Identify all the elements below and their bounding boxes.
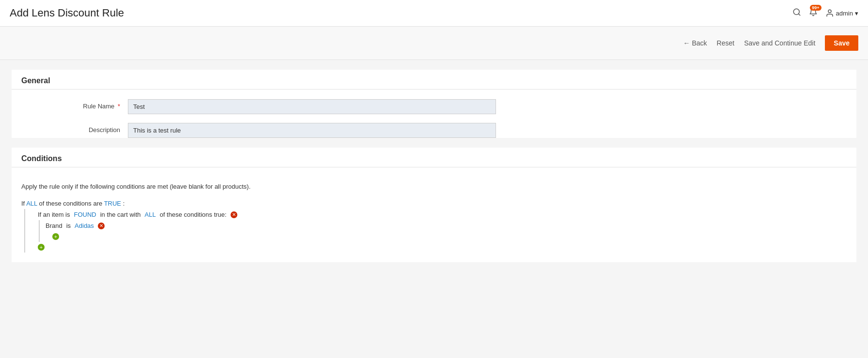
add-condition-inside-row: + — [43, 231, 847, 242]
conditions-suffix: of these conditions are — [39, 200, 102, 207]
add-condition-outer-row: + — [28, 242, 847, 253]
admin-user-menu[interactable]: admin ▾ — [825, 9, 858, 17]
rule-name-required: * — [118, 103, 120, 110]
svg-point-2 — [828, 10, 831, 13]
toolbar: ← Back Reset Save and Continue Edit Save — [0, 27, 868, 60]
remove-found-condition-icon[interactable]: ✕ — [231, 211, 237, 218]
reset-label: Reset — [717, 39, 735, 47]
conditions-section-title: Conditions — [12, 148, 856, 167]
brand-value-link[interactable]: Adidas — [75, 222, 94, 229]
conditions-section: Conditions Apply the rule only if the fo… — [12, 148, 856, 262]
remove-brand-condition-icon[interactable]: ✕ — [98, 223, 105, 229]
general-section-title: General — [12, 70, 856, 90]
admin-label: admin — [836, 10, 853, 17]
admin-chevron: ▾ — [855, 10, 858, 17]
brand-is: is — [66, 222, 71, 229]
page-title: Add Lens Discount Rule — [10, 7, 124, 19]
true-link[interactable]: TRUE — [104, 200, 121, 207]
found-all-link[interactable]: ALL — [145, 211, 156, 218]
search-button[interactable] — [792, 8, 801, 19]
condition-found-row: If an item is FOUND in the cart with ALL… — [28, 209, 847, 220]
add-condition-inside-icon[interactable]: + — [52, 233, 59, 240]
if-label: If — [21, 200, 25, 207]
colon: : — [123, 200, 125, 207]
notification-button[interactable]: 99+ — [809, 8, 818, 19]
back-arrow-icon: ← — [683, 39, 690, 47]
add-condition-outer-icon[interactable]: + — [38, 244, 45, 251]
found-link[interactable]: FOUND — [74, 211, 96, 218]
general-section: General Rule Name * Description — [12, 70, 856, 138]
condition-brand-row: Brand is Adidas ✕ — [43, 220, 847, 231]
reset-button[interactable]: Reset — [717, 39, 735, 47]
found-middle: in the cart with — [100, 211, 141, 218]
found-prefix: If an item is — [38, 211, 70, 218]
all-link[interactable]: ALL — [26, 200, 37, 207]
back-button[interactable]: ← Back — [683, 39, 707, 47]
save-button[interactable]: Save — [825, 35, 858, 51]
rule-name-label: Rule Name * — [21, 99, 128, 110]
svg-line-1 — [798, 14, 800, 15]
rule-name-row: Rule Name * — [12, 99, 856, 114]
description-input[interactable] — [128, 123, 496, 138]
description-row: Description — [12, 123, 856, 138]
back-label: Back — [692, 39, 707, 47]
save-continue-label: Save and Continue Edit — [744, 39, 815, 47]
save-continue-button[interactable]: Save and Continue Edit — [744, 39, 815, 47]
save-label: Save — [834, 39, 850, 47]
page-content: General Rule Name * Description Conditio… — [0, 60, 868, 355]
header-icons: 99+ admin ▾ — [792, 8, 858, 19]
notification-badge-count: 99+ — [810, 5, 821, 11]
user-icon — [825, 9, 834, 17]
search-icon — [792, 8, 801, 16]
brand-label: Brand — [46, 222, 62, 229]
condition-all-row: If ALL of these conditions are TRUE : — [21, 198, 847, 209]
conditions-note: Apply the rule only if the following con… — [12, 177, 856, 195]
conditions-tree: If ALL of these conditions are TRUE : If… — [12, 195, 856, 262]
description-label: Description — [21, 123, 128, 134]
rule-name-input[interactable] — [128, 99, 496, 114]
found-suffix: of these conditions true: — [160, 211, 227, 218]
page-header: Add Lens Discount Rule 99+ admin ▾ — [0, 0, 868, 27]
